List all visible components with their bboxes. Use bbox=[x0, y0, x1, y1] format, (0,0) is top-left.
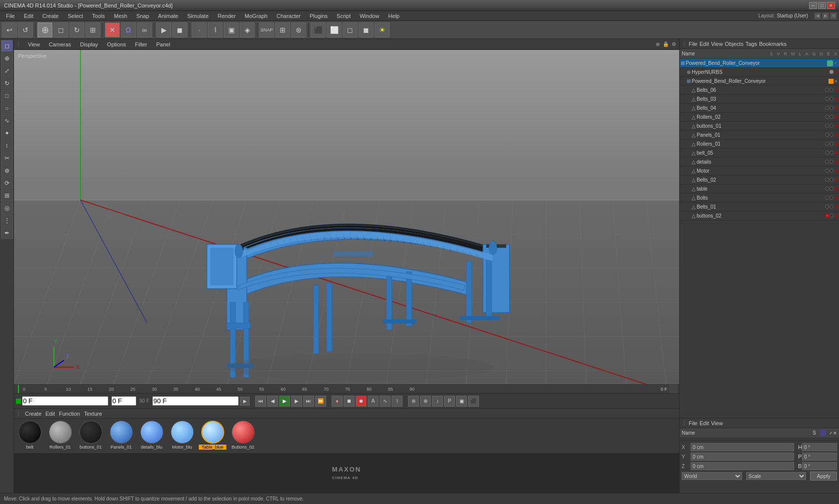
playback-options[interactable]: ⊕ bbox=[420, 396, 431, 407]
material-detailsblu[interactable]: details_blu bbox=[138, 421, 165, 450]
menu-edit[interactable]: Edit bbox=[20, 12, 37, 20]
stop-btn[interactable]: ⏹ bbox=[344, 396, 355, 407]
maximize-button[interactable]: □ bbox=[818, 2, 826, 9]
record-btn[interactable]: ⏺ bbox=[356, 396, 367, 407]
tool-extrude[interactable]: ⟳ bbox=[1, 177, 13, 189]
playback-mode[interactable]: ⊛ bbox=[408, 396, 419, 407]
menu-help[interactable]: Help bbox=[384, 12, 404, 20]
close-button[interactable]: ✕ bbox=[827, 2, 835, 9]
obj-item-belts03[interactable]: △ Belts_03 ✕ bbox=[680, 95, 839, 104]
attr-p-input[interactable] bbox=[802, 453, 837, 461]
obj-item-belts02[interactable]: △ Belts_02 ✕ bbox=[680, 176, 839, 185]
menu-plugins[interactable]: Plugins bbox=[306, 12, 332, 20]
redo-button[interactable]: ↺ bbox=[18, 22, 33, 37]
render-settings[interactable]: ∞ bbox=[137, 22, 152, 37]
rotate-tool[interactable]: ↻ bbox=[69, 22, 84, 37]
obj-item-panels01[interactable]: △ Panels_01 ✕ bbox=[680, 131, 839, 140]
go-to-next[interactable]: ▶ bbox=[291, 396, 302, 407]
play-settings[interactable]: P bbox=[444, 396, 455, 407]
poly-mode[interactable]: ▣ bbox=[224, 22, 239, 37]
obj-item-table[interactable]: △ table ✕ bbox=[680, 185, 839, 194]
vp-menu-display[interactable]: Display bbox=[76, 40, 102, 48]
obj-item-belts04[interactable]: △ Belts_04 ✕ bbox=[680, 104, 839, 113]
go-to-start[interactable]: ⏮ bbox=[255, 396, 266, 407]
tool-scale[interactable]: ⤢ bbox=[1, 65, 13, 77]
timeline-scroll[interactable] bbox=[669, 385, 677, 393]
mat-menu-edit[interactable]: Edit bbox=[45, 411, 55, 417]
menu-animate[interactable]: Animate bbox=[154, 12, 182, 20]
frame-end-input[interactable] bbox=[152, 396, 239, 406]
full-preview[interactable]: ⬛ bbox=[468, 396, 479, 407]
obj-item-bolts[interactable]: △ Bolts ✕ bbox=[680, 194, 839, 203]
fcurve[interactable]: ⌇ bbox=[392, 396, 403, 407]
keyframe-btn[interactable]: ● bbox=[332, 396, 343, 407]
tool-magnet[interactable]: ↕ bbox=[1, 140, 13, 152]
obj-item-conveyor[interactable]: ⊞ Powered_Bend_Roller_Conveyor ✕ bbox=[680, 77, 839, 86]
obj-menu-view[interactable]: View bbox=[711, 41, 723, 47]
layout-nav-left[interactable]: ◀ bbox=[814, 12, 821, 19]
obj-menu-edit[interactable]: Edit bbox=[700, 41, 709, 47]
play-btn-tool[interactable]: ▶ bbox=[156, 22, 171, 37]
menu-character[interactable]: Character bbox=[273, 12, 305, 20]
menu-window[interactable]: Window bbox=[356, 12, 383, 20]
tool-select-rect[interactable]: □ bbox=[1, 90, 13, 102]
motion-path[interactable]: ∿ bbox=[380, 396, 391, 407]
obj-menu-tags[interactable]: Tags bbox=[746, 41, 757, 47]
attr-z-input[interactable] bbox=[691, 462, 794, 470]
obj-item-hypernurbs[interactable]: ⊛ HyperNURBS ✓ bbox=[680, 68, 839, 77]
vp-icon-lock[interactable]: 🔒 bbox=[662, 41, 669, 48]
vp-menu-cameras[interactable]: Cameras bbox=[45, 40, 75, 48]
menu-render[interactable]: Render bbox=[214, 12, 240, 20]
material-buttons02[interactable]: Buttons_02 bbox=[229, 421, 257, 450]
tool-move[interactable]: ⊕ bbox=[1, 52, 13, 64]
tool-rotate[interactable]: ↻ bbox=[1, 77, 13, 89]
obj-item-belts06[interactable]: △ Belts_06 ✕ bbox=[680, 86, 839, 95]
attr-menu-edit[interactable]: Edit bbox=[700, 420, 709, 426]
material-belt[interactable]: belt bbox=[16, 421, 43, 450]
menu-file[interactable]: File bbox=[2, 12, 19, 20]
snap-tool[interactable]: SNAP bbox=[259, 22, 274, 37]
sky-tool[interactable]: ⬜ bbox=[327, 22, 342, 37]
viewport-3d[interactable]: Perspective bbox=[14, 50, 679, 384]
tool-knife[interactable]: ✂ bbox=[1, 152, 13, 164]
tool-select-freehand[interactable]: ∿ bbox=[1, 115, 13, 127]
obj-item-details[interactable]: △ details ✕ bbox=[680, 158, 839, 167]
apply-button[interactable]: Apply bbox=[810, 472, 837, 481]
mat-menu-create[interactable]: Create bbox=[25, 411, 41, 417]
material-panels01[interactable]: Panels_01 bbox=[107, 421, 135, 450]
tool-cursor[interactable]: ◻ bbox=[1, 40, 13, 52]
attr-menu-view[interactable]: View bbox=[711, 420, 723, 426]
tool-select-circle[interactable]: ○ bbox=[1, 102, 13, 114]
select-tool[interactable]: ◻ bbox=[53, 22, 68, 37]
frame-start-input[interactable] bbox=[22, 396, 108, 406]
obj-item-belts01[interactable]: △ Belts_01 ✕ bbox=[680, 203, 839, 212]
menu-mesh[interactable]: Mesh bbox=[110, 12, 131, 20]
background-tool[interactable]: ◼ bbox=[359, 22, 374, 37]
light-tool[interactable]: ☀ bbox=[375, 22, 390, 37]
tool-bridge[interactable]: ⊛ bbox=[1, 165, 13, 177]
frame-current-input[interactable] bbox=[111, 396, 136, 406]
render-preview[interactable]: ▣ bbox=[456, 396, 467, 407]
obj-item-root[interactable]: ⊞ Powered_Bend_Roller_Conveyor ✓ bbox=[680, 59, 839, 68]
vp-icon-expand[interactable]: ⊕ bbox=[654, 41, 661, 48]
obj-item-buttons02[interactable]: △ buttons_02 ✕ bbox=[680, 212, 839, 221]
attr-h-input[interactable] bbox=[802, 443, 837, 451]
menu-snap[interactable]: Snap bbox=[132, 12, 153, 20]
attr-world-select[interactable]: World Object bbox=[682, 472, 742, 480]
obj-menu-bookmarks[interactable]: Bookmarks bbox=[759, 41, 787, 47]
grid-tool[interactable]: ⊞ bbox=[275, 22, 290, 37]
points-mode[interactable]: · bbox=[192, 22, 207, 37]
mat-menu-function[interactable]: Function bbox=[59, 411, 80, 417]
attr-x-input[interactable] bbox=[691, 443, 794, 451]
obj-item-rollers01[interactable]: △ Rollers_01 ✕ bbox=[680, 140, 839, 149]
material-motorblu[interactable]: Motor_blu bbox=[168, 421, 196, 450]
menu-script[interactable]: Script bbox=[333, 12, 355, 20]
attr-scale-select[interactable]: Scale bbox=[746, 472, 807, 480]
vp-menu-filter[interactable]: Filter bbox=[131, 40, 151, 48]
vp-menu-view[interactable]: View bbox=[24, 40, 44, 48]
menu-mograph[interactable]: MoGraph bbox=[241, 12, 272, 20]
menu-create[interactable]: Create bbox=[38, 12, 63, 20]
move-tool[interactable]: ⊕ bbox=[37, 22, 52, 37]
mat-menu-texture[interactable]: Texture bbox=[84, 411, 102, 417]
workaplane-tool[interactable]: ⊛ bbox=[291, 22, 306, 37]
